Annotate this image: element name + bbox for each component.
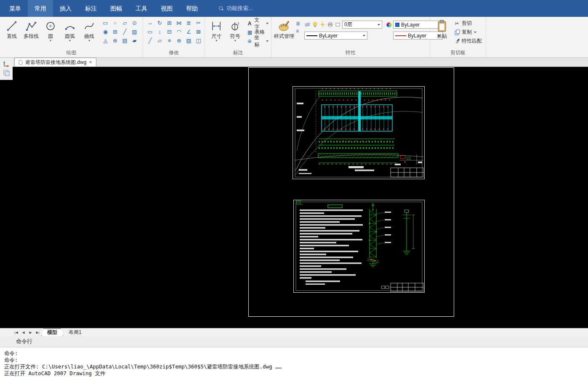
draw-extra-icon[interactable]: ▰ [130, 37, 139, 45]
list-icon[interactable]: ≡ [296, 28, 300, 34]
first-layout-button[interactable]: |◀ [13, 331, 20, 334]
dimension-icon [210, 19, 222, 33]
sun-icon[interactable] [319, 21, 326, 28]
line-icon [6, 19, 17, 33]
side-tool-ucs-icon[interactable] [3, 60, 10, 67]
menu-tab-view[interactable]: 视图 [154, 0, 179, 17]
modify-tool-icon[interactable]: ▱ [155, 37, 164, 45]
dimension-tool[interactable]: 尺寸 [208, 19, 225, 42]
menu-tab-help[interactable]: 帮助 [179, 0, 205, 17]
arc-tool[interactable]: 圆弧 [61, 19, 79, 42]
text-tool[interactable]: A 文字 [247, 19, 269, 28]
layer-select[interactable]: 0层 [342, 21, 382, 29]
modify-tool-icon[interactable]: ∠ [184, 28, 193, 36]
modify-tool-icon[interactable]: ⋈ [175, 19, 184, 27]
app-window: 菜单 常用 插入 标注 图幅 工具 视图 帮助 功能搜索... 直线 [0, 0, 588, 392]
modify-tool-icon[interactable]: ╱ [146, 37, 154, 45]
modify-tool-icon[interactable]: ▨ [184, 37, 193, 45]
polyline-icon [26, 19, 37, 33]
layers-icon[interactable] [304, 21, 311, 28]
draw-extra-icon[interactable]: ⊞ [111, 28, 120, 36]
side-tool-layers-icon[interactable] [3, 69, 10, 77]
command-line-title: 命令行 [16, 338, 32, 345]
paste-tool[interactable]: 粘贴 [433, 19, 451, 39]
modify-tool-icon[interactable]: ◠ [175, 28, 184, 36]
model-canvas[interactable] [0, 67, 588, 328]
coordinate-tool[interactable]: ⊕ 坐标 [247, 37, 269, 45]
line-tool[interactable]: 直线 [3, 19, 21, 39]
list-icon[interactable]: ≣ [296, 21, 300, 26]
draw-extra-icon[interactable]: ▭ [101, 19, 110, 27]
modify-tool-icon[interactable]: ⊟ [165, 28, 174, 36]
spline-tool[interactable]: 曲线 [80, 19, 98, 42]
menu-tab-home[interactable]: 常用 [28, 0, 53, 17]
properties-group-label: 特性 [271, 49, 430, 56]
modify-tool-icon[interactable]: ≣ [184, 19, 193, 27]
modify-tool-icon[interactable]: ◫ [194, 37, 203, 45]
copy-icon [454, 29, 460, 35]
chevron-down-icon [266, 23, 269, 24]
match-brush-icon [454, 38, 460, 44]
modify-tool-icon[interactable]: ↔ [146, 19, 154, 27]
tab-model[interactable]: 模型 [41, 328, 63, 336]
circle-tool[interactable]: 圆 [41, 19, 60, 42]
linetype-swatch [306, 35, 317, 36]
polyline-tool[interactable]: 多段线 [22, 19, 40, 39]
command-line-text: 命令: [4, 350, 584, 357]
style-manager-tool[interactable]: 样式管理 [274, 19, 294, 39]
modify-tool-icon[interactable]: ▭ [146, 28, 154, 36]
prev-layout-button[interactable]: ◀ [20, 331, 27, 334]
last-layout-button[interactable]: ▶| [34, 331, 41, 334]
document-tab[interactable]: 避雷塔防雷接地系统图.dwg × [14, 58, 96, 66]
match-properties-tool[interactable]: 特性匹配 [454, 37, 482, 45]
copy-tool[interactable]: 复制 [454, 28, 482, 37]
layer-sheet-icon[interactable] [335, 21, 341, 28]
printer-icon[interactable] [327, 21, 333, 28]
menu-tab-insert[interactable]: 插入 [53, 0, 78, 17]
cut-tool[interactable]: ✂ 剪切 [454, 19, 482, 28]
modify-tool-icon[interactable]: ⊕ [175, 37, 184, 45]
menu-tab-tools[interactable]: 工具 [129, 0, 154, 17]
draw-extra-icon[interactable]: ◉ [101, 28, 110, 36]
draw-extra-icon[interactable]: ⊙ [130, 19, 139, 27]
next-layout-button[interactable]: ▶ [27, 331, 34, 334]
modify-tool-icon[interactable]: ✂ [194, 19, 203, 27]
symbol-icon: .1 [229, 19, 241, 33]
draw-extra-icon[interactable]: ▱ [120, 19, 129, 27]
draw-extra-icon[interactable]: ○ [111, 19, 120, 27]
lightbulb-icon[interactable] [312, 21, 318, 28]
modify-tool-icon[interactable]: ⊞ [165, 19, 174, 27]
command-line-text: 命令: [4, 357, 584, 363]
lightning-rod-detail [402, 210, 415, 254]
menu-tab-dimension[interactable]: 标注 [78, 0, 104, 17]
draw-extra-icon[interactable]: ⊕ [111, 37, 120, 45]
ribbon-group-draw: 直线 多段线 圆 圆弧 [0, 17, 143, 57]
modify-tool-icon[interactable]: ↻ [155, 19, 164, 27]
menu-tab-sheet[interactable]: 图幅 [104, 0, 129, 17]
draw-extra-icon[interactable]: ▤ [120, 37, 129, 45]
function-search[interactable]: 功能搜索... [219, 5, 253, 12]
spline-tool-label: 曲线 [84, 33, 94, 39]
linetype-select[interactable]: ByLayer [304, 32, 367, 40]
menu-item-app-menu[interactable]: 菜单 [3, 0, 28, 17]
draw-extra-icon[interactable]: ▨ [130, 28, 139, 36]
symbol-tool[interactable]: .1 符号 [226, 19, 244, 42]
sheet-2-note-lines [300, 209, 363, 285]
layout-tab-bar: |◀ ◀ ▶ ▶| 模型 布局1 [0, 328, 588, 336]
close-icon[interactable]: × [89, 60, 92, 65]
tab-layout1[interactable]: 布局1 [63, 328, 87, 336]
command-line-header[interactable]: 命令行 [0, 336, 588, 347]
clipboard-group-label: 剪切板 [430, 49, 486, 56]
draw-extra-icon[interactable]: ╱ [120, 28, 129, 36]
chevron-down-icon [378, 24, 380, 26]
style-manager-label: 样式管理 [274, 33, 294, 39]
modify-tool-icon[interactable]: ⊠ [194, 28, 203, 36]
color-wheel-icon[interactable] [386, 21, 392, 28]
modify-tool-icon[interactable]: ≡ [165, 37, 174, 45]
arc-icon [64, 19, 75, 33]
modify-tool-icon[interactable]: ↕ [155, 28, 164, 36]
search-label: 功能搜索... [226, 5, 253, 12]
command-line-area[interactable]: 命令: 命令: 正在打开文件: C:\Users\liao_\AppData\L… [0, 347, 588, 392]
draw-extra-icon[interactable]: ◬ [101, 37, 110, 45]
ribbon-group-clipboard: 粘贴 ✂ 剪切 复制 [430, 17, 486, 57]
